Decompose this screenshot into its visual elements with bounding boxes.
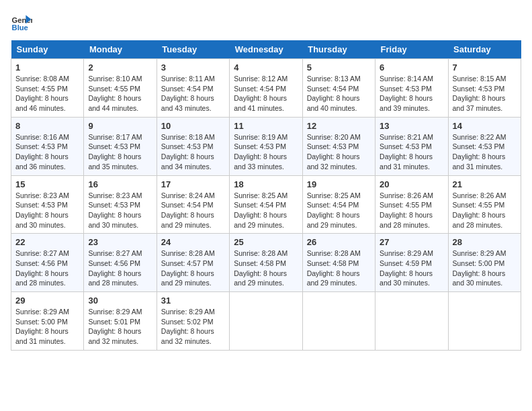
day-number: 22 xyxy=(15,237,79,247)
day-number: 16 xyxy=(88,179,152,189)
day-number: 10 xyxy=(161,121,225,131)
cell-info: Sunrise: 8:28 AM Sunset: 4:58 PM Dayligh… xyxy=(234,248,298,288)
calendar-cell-27: 27 Sunrise: 8:29 AM Sunset: 4:59 PM Dayl… xyxy=(375,234,448,292)
day-number: 8 xyxy=(15,121,79,131)
cell-info: Sunrise: 8:29 AM Sunset: 5:01 PM Dayligh… xyxy=(88,307,152,347)
day-number: 28 xyxy=(453,237,517,247)
cell-info: Sunrise: 8:23 AM Sunset: 4:53 PM Dayligh… xyxy=(88,191,152,230)
day-number: 3 xyxy=(161,62,225,73)
calendar-cell-3: 3 Sunrise: 8:11 AM Sunset: 4:54 PM Dayli… xyxy=(157,59,229,118)
day-number: 21 xyxy=(453,179,517,189)
cell-info: Sunrise: 8:25 AM Sunset: 4:54 PM Dayligh… xyxy=(234,191,298,230)
calendar-cell-7: 7 Sunrise: 8:15 AM Sunset: 4:53 PM Dayli… xyxy=(448,59,521,118)
cell-info: Sunrise: 8:23 AM Sunset: 4:53 PM Dayligh… xyxy=(15,191,79,230)
day-header-thursday: Thursday xyxy=(302,40,375,59)
day-number: 15 xyxy=(15,179,79,189)
calendar-cell-2: 2 Sunrise: 8:10 AM Sunset: 4:55 PM Dayli… xyxy=(84,59,157,118)
cell-info: Sunrise: 8:26 AM Sunset: 4:55 PM Dayligh… xyxy=(380,191,443,230)
day-number: 12 xyxy=(307,121,371,131)
cell-info: Sunrise: 8:22 AM Sunset: 4:53 PM Dayligh… xyxy=(453,132,517,172)
calendar-cell-23: 23 Sunrise: 8:27 AM Sunset: 4:56 PM Dayl… xyxy=(84,234,157,292)
calendar-cell-4: 4 Sunrise: 8:12 AM Sunset: 4:54 PM Dayli… xyxy=(230,59,302,118)
calendar-cell-24: 24 Sunrise: 8:28 AM Sunset: 4:57 PM Dayl… xyxy=(157,234,229,292)
empty-cell xyxy=(448,292,521,351)
day-header-saturday: Saturday xyxy=(448,40,521,59)
cell-info: Sunrise: 8:17 AM Sunset: 4:53 PM Dayligh… xyxy=(88,132,152,172)
cell-info: Sunrise: 8:25 AM Sunset: 4:54 PM Dayligh… xyxy=(307,191,371,230)
day-number: 23 xyxy=(88,237,152,247)
day-number: 2 xyxy=(88,62,152,73)
calendar-cell-25: 25 Sunrise: 8:28 AM Sunset: 4:58 PM Dayl… xyxy=(230,234,302,292)
calendar-cell-1: 1 Sunrise: 8:08 AM Sunset: 4:55 PM Dayli… xyxy=(11,59,84,118)
cell-info: Sunrise: 8:28 AM Sunset: 4:57 PM Dayligh… xyxy=(161,248,225,288)
cell-info: Sunrise: 8:18 AM Sunset: 4:53 PM Dayligh… xyxy=(161,132,225,172)
calendar-cell-11: 11 Sunrise: 8:19 AM Sunset: 4:53 PM Dayl… xyxy=(230,117,302,175)
cell-info: Sunrise: 8:24 AM Sunset: 4:54 PM Dayligh… xyxy=(161,191,225,230)
cell-info: Sunrise: 8:29 AM Sunset: 5:00 PM Dayligh… xyxy=(15,307,79,347)
cell-info: Sunrise: 8:20 AM Sunset: 4:53 PM Dayligh… xyxy=(307,132,371,172)
day-number: 9 xyxy=(88,121,152,131)
calendar-cell-6: 6 Sunrise: 8:14 AM Sunset: 4:53 PM Dayli… xyxy=(375,59,448,118)
calendar-cell-29: 29 Sunrise: 8:29 AM Sunset: 5:00 PM Dayl… xyxy=(11,292,84,351)
day-number: 18 xyxy=(234,179,298,189)
day-number: 6 xyxy=(380,62,443,73)
cell-info: Sunrise: 8:15 AM Sunset: 4:53 PM Dayligh… xyxy=(453,74,517,113)
day-number: 4 xyxy=(234,62,298,73)
calendar-cell-8: 8 Sunrise: 8:16 AM Sunset: 4:53 PM Dayli… xyxy=(11,117,84,175)
calendar-cell-20: 20 Sunrise: 8:26 AM Sunset: 4:55 PM Dayl… xyxy=(375,175,448,234)
day-number: 25 xyxy=(234,237,298,247)
calendar-table: SundayMondayTuesdayWednesdayThursdayFrid… xyxy=(11,40,521,351)
cell-info: Sunrise: 8:28 AM Sunset: 4:58 PM Dayligh… xyxy=(307,248,371,288)
day-number: 7 xyxy=(453,62,517,73)
empty-cell xyxy=(375,292,448,351)
cell-info: Sunrise: 8:29 AM Sunset: 4:59 PM Dayligh… xyxy=(380,248,443,288)
empty-cell xyxy=(302,292,375,351)
cell-info: Sunrise: 8:19 AM Sunset: 4:53 PM Dayligh… xyxy=(234,132,298,172)
day-number: 29 xyxy=(15,295,79,306)
calendar-cell-18: 18 Sunrise: 8:25 AM Sunset: 4:54 PM Dayl… xyxy=(230,175,302,234)
calendar-cell-30: 30 Sunrise: 8:29 AM Sunset: 5:01 PM Dayl… xyxy=(84,292,157,351)
day-header-monday: Monday xyxy=(84,40,157,59)
cell-info: Sunrise: 8:12 AM Sunset: 4:54 PM Dayligh… xyxy=(234,74,298,113)
cell-info: Sunrise: 8:29 AM Sunset: 5:00 PM Dayligh… xyxy=(453,248,517,288)
cell-info: Sunrise: 8:13 AM Sunset: 4:54 PM Dayligh… xyxy=(307,74,371,113)
cell-info: Sunrise: 8:29 AM Sunset: 5:02 PM Dayligh… xyxy=(161,307,225,347)
calendar-cell-15: 15 Sunrise: 8:23 AM Sunset: 4:53 PM Dayl… xyxy=(11,175,84,234)
calendar-cell-19: 19 Sunrise: 8:25 AM Sunset: 4:54 PM Dayl… xyxy=(302,175,375,234)
cell-info: Sunrise: 8:26 AM Sunset: 4:55 PM Dayligh… xyxy=(453,191,517,230)
cell-info: Sunrise: 8:27 AM Sunset: 4:56 PM Dayligh… xyxy=(15,248,79,288)
calendar-cell-31: 31 Sunrise: 8:29 AM Sunset: 5:02 PM Dayl… xyxy=(157,292,229,351)
calendar-cell-21: 21 Sunrise: 8:26 AM Sunset: 4:55 PM Dayl… xyxy=(448,175,521,234)
cell-info: Sunrise: 8:21 AM Sunset: 4:53 PM Dayligh… xyxy=(380,132,443,172)
day-number: 19 xyxy=(307,179,371,189)
day-number: 13 xyxy=(380,121,443,131)
day-number: 24 xyxy=(161,237,225,247)
day-number: 20 xyxy=(380,179,443,189)
calendar-cell-28: 28 Sunrise: 8:29 AM Sunset: 5:00 PM Dayl… xyxy=(448,234,521,292)
empty-cell xyxy=(230,292,302,351)
svg-text:Blue: Blue xyxy=(12,24,28,32)
logo-icon: General Blue xyxy=(11,11,32,32)
calendar-cell-10: 10 Sunrise: 8:18 AM Sunset: 4:53 PM Dayl… xyxy=(157,117,229,175)
logo: General Blue xyxy=(11,11,32,32)
calendar-cell-14: 14 Sunrise: 8:22 AM Sunset: 4:53 PM Dayl… xyxy=(448,117,521,175)
day-number: 17 xyxy=(161,179,225,189)
calendar-cell-9: 9 Sunrise: 8:17 AM Sunset: 4:53 PM Dayli… xyxy=(84,117,157,175)
day-number: 30 xyxy=(88,295,152,306)
day-number: 5 xyxy=(307,62,371,73)
cell-info: Sunrise: 8:10 AM Sunset: 4:55 PM Dayligh… xyxy=(88,74,152,113)
cell-info: Sunrise: 8:16 AM Sunset: 4:53 PM Dayligh… xyxy=(15,132,79,172)
day-number: 11 xyxy=(234,121,298,131)
calendar-cell-26: 26 Sunrise: 8:28 AM Sunset: 4:58 PM Dayl… xyxy=(302,234,375,292)
day-number: 14 xyxy=(453,121,517,131)
day-number: 26 xyxy=(307,237,371,247)
calendar-cell-17: 17 Sunrise: 8:24 AM Sunset: 4:54 PM Dayl… xyxy=(157,175,229,234)
calendar-cell-13: 13 Sunrise: 8:21 AM Sunset: 4:53 PM Dayl… xyxy=(375,117,448,175)
day-header-sunday: Sunday xyxy=(11,40,84,59)
cell-info: Sunrise: 8:27 AM Sunset: 4:56 PM Dayligh… xyxy=(88,248,152,288)
cell-info: Sunrise: 8:11 AM Sunset: 4:54 PM Dayligh… xyxy=(161,74,225,113)
day-number: 27 xyxy=(380,237,443,247)
day-header-tuesday: Tuesday xyxy=(157,40,229,59)
day-number: 1 xyxy=(15,62,79,73)
day-header-friday: Friday xyxy=(375,40,448,59)
